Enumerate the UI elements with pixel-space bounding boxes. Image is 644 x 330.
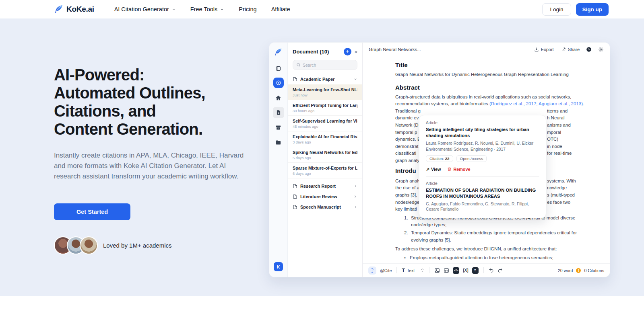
text-line: es face two [547, 199, 576, 206]
nav-item-pricing[interactable]: Pricing [239, 6, 256, 12]
citation-count: 22 [445, 156, 450, 161]
chevron-right-icon [353, 205, 357, 209]
login-button[interactable]: Login [542, 3, 571, 16]
export-button[interactable]: Export [534, 47, 554, 52]
folder-literature-review[interactable]: Literature Review [288, 191, 362, 202]
signup-button[interactable]: Sign up [576, 3, 609, 16]
citation-link[interactable]: (Rodriguez et al., 2017; Agugiaro et al.… [489, 101, 584, 106]
archive-icon[interactable] [273, 122, 284, 133]
nav-item-affiliate[interactable]: Affiliate [271, 6, 290, 12]
search-icon [296, 63, 301, 67]
doc-time: 30 hours ago [293, 109, 357, 113]
view-label: View [431, 167, 441, 172]
chevron-updown-icon [421, 268, 424, 273]
hero-paragraph: Instantly create citations in APA, MLA, … [54, 150, 244, 182]
view-button[interactable]: ↗ View [426, 167, 441, 172]
bullet-item: • Employs metapath-guided attention to f… [395, 254, 586, 262]
doc-time: Just now [293, 93, 357, 97]
folder-label: Literature Review [300, 194, 351, 199]
redo-icon[interactable] [497, 268, 503, 273]
settings-gear-icon[interactable] [598, 47, 604, 52]
sidebar-layout-icon[interactable] [273, 63, 284, 74]
nav-menu: AI Citation Generator Free Tools Pricing… [114, 6, 543, 12]
cite-button[interactable]: @Cite [380, 268, 392, 273]
remove-button[interactable]: Remove [447, 167, 470, 172]
insert-table-icon[interactable] [444, 268, 449, 273]
doc-time: 5 days ago [293, 156, 357, 160]
citation-popup: Article Setting intelligent city tiling … [419, 115, 546, 218]
chevron-down-icon [353, 77, 357, 81]
doc-list-item[interactable]: Self-Supervised Learning for Vid… 45 min… [288, 116, 362, 131]
text-style-dropdown[interactable]: T Text [402, 268, 424, 273]
text-line: in node [547, 143, 572, 150]
text-line: demonstrat [395, 143, 421, 150]
undo-icon[interactable] [489, 268, 494, 273]
divider [426, 176, 539, 177]
file-icon [293, 184, 297, 189]
abstract-line: recommendation systems, and bioinformati… [395, 100, 586, 108]
text-line: graph analy [395, 157, 421, 164]
insert-image-icon[interactable] [434, 268, 440, 273]
formula-icon[interactable]: [X] [463, 268, 468, 273]
folder-speech-manuscript[interactable]: Speech Manuscript [288, 202, 362, 212]
nav-item-label: Free Tools [190, 6, 217, 12]
nav-item-free-tools[interactable]: Free Tools [190, 6, 224, 12]
avatar-group [54, 236, 93, 254]
doc-time: 45 minutes ago [293, 125, 357, 129]
hero-heading: AI-Powered: Automated Outlines, Citation… [54, 66, 251, 138]
file-icon [293, 205, 297, 209]
editor-header: Graph Neural Networks... Export Share [363, 43, 610, 56]
doc-list-item[interactable]: Spiking Neural Networks for Edg… 5 days … [288, 147, 362, 163]
text-line: Traditional g [395, 108, 421, 115]
user-avatar[interactable]: K [274, 262, 283, 271]
social-proof: Loved by 1M+ academics [54, 236, 251, 254]
folder-research-report[interactable]: Research Report [288, 181, 362, 191]
nav-actions: Login Sign up [542, 3, 609, 16]
folder-academic-paper[interactable]: Academic Paper [288, 74, 362, 84]
article-title: ESTIMATION OF SOLAR RADIATION ON BUILDIN… [426, 187, 539, 199]
code-block-icon[interactable]: </> [453, 267, 459, 274]
home-icon[interactable] [273, 92, 284, 103]
folder-icon[interactable] [273, 137, 284, 148]
divider [396, 267, 397, 273]
share-label: Share [568, 47, 580, 52]
text-format-icon: T [402, 268, 405, 273]
nav-item-ai-citation-generator[interactable]: AI Citation Generator [114, 6, 176, 12]
numbered-list: 1. Structural Complexity: Homogeneous GN… [395, 215, 586, 244]
history-icon[interactable] [586, 47, 592, 52]
doc-list-item[interactable]: Efficient Prompt Tuning for Larg… 30 hou… [288, 100, 362, 116]
text-line: tterns and [547, 108, 572, 115]
documents-panel: Document (10) + « Academic Paper Meta [288, 43, 363, 277]
popup-actions: ↗ View Remove [426, 167, 539, 172]
collapse-panel-icon[interactable]: « [355, 49, 357, 55]
app-mockup-window: K Document (10) + « Academic Paper [269, 42, 610, 277]
search-input[interactable] [303, 63, 354, 68]
article-type-label: Article [426, 121, 539, 125]
feather-logo-icon [54, 4, 64, 14]
editor-toolbar: @Cite T Text </> [X] [363, 263, 610, 277]
share-button[interactable]: Share [561, 47, 580, 52]
doc-list-item[interactable]: Explainable AI for Financial Risk… 3 day… [288, 131, 362, 147]
icon-rail: K [269, 43, 288, 277]
brand-logo[interactable]: KoKe.ai [54, 4, 94, 14]
folder-label: Research Report [300, 184, 351, 189]
nav-item-label: AI Citation Generator [114, 6, 169, 12]
text-line: h Neural [547, 115, 572, 122]
text-line: anisms and [547, 122, 572, 129]
brand-name: KoKe.ai [66, 5, 94, 14]
download-icon [534, 47, 539, 52]
citation-label: Citation: [429, 156, 445, 161]
text-line: s (multi-typed [547, 192, 576, 199]
ai-cursor-icon[interactable] [368, 266, 376, 275]
add-document-button[interactable]: + [344, 48, 351, 55]
arrow-up-right-icon: ↗ [426, 167, 429, 172]
new-document-button[interactable] [273, 78, 284, 88]
doc-list-item[interactable]: Sparse Mixture-of-Experts for L… 6 days … [288, 163, 362, 178]
get-started-button[interactable]: Get Started [54, 203, 130, 220]
citation-warning-icon: ! [576, 268, 581, 273]
documents-icon[interactable] [273, 107, 284, 118]
search-box[interactable] [293, 60, 357, 70]
section-heading-title: Title [395, 61, 586, 68]
doc-list-item[interactable]: Meta-Learning for Few-Shot NLP Just now [288, 84, 362, 100]
math-sigma-icon[interactable]: Σ [472, 267, 479, 274]
